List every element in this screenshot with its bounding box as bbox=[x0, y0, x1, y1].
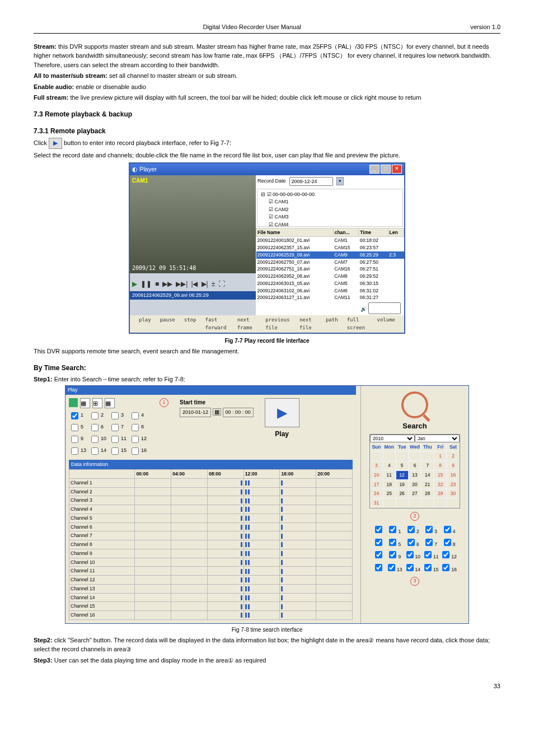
table-row: Channel 6 bbox=[69, 522, 353, 531]
fig-7-8-caption: Fig 7-8 time search interface bbox=[34, 626, 500, 634]
fig-7-7-caption: Fig 7-7 Play record file interface bbox=[34, 337, 500, 345]
table-row: Channel 1 bbox=[69, 478, 353, 487]
ff-btn-icon[interactable]: ▶▶ bbox=[162, 279, 172, 289]
control-labels: playpausestopfast forwardnext frameprevi… bbox=[130, 315, 404, 333]
camera-tree[interactable]: ⊟ ☑ 00-00-00-00-00-00 ☑ CAM1 ☑ CAM2 ☑ CA… bbox=[257, 189, 403, 227]
volume-icon[interactable]: 🔊 bbox=[360, 306, 367, 312]
after-77: This DVR supports remote time search, ev… bbox=[34, 347, 500, 356]
dropdown-icon[interactable]: ▾ bbox=[336, 177, 344, 186]
next-frame-icon[interactable]: ▶▶| bbox=[176, 279, 188, 289]
layout16-icon[interactable]: ▦ bbox=[105, 398, 115, 408]
playback-controls: ▶ ❚❚ ■ ▶▶ ▶▶| |◀ ▶| ± ⛶ bbox=[130, 277, 256, 291]
marker-2-icon: 2 bbox=[410, 512, 419, 521]
year-select[interactable]: 2010 bbox=[370, 435, 415, 442]
video-preview: CAM1 2009/12 09 15:51:48 bbox=[130, 175, 256, 273]
time-search-window: Play ▦ ⊞ ▦ 1234 5678 9101112 13141516 1 … bbox=[65, 385, 469, 624]
table-row: Channel 15 bbox=[69, 602, 353, 611]
data-info-head: Data information bbox=[69, 460, 353, 470]
search-label: Search bbox=[364, 421, 465, 432]
play-icon[interactable]: ▶ bbox=[49, 138, 62, 149]
path-icon[interactable]: ± bbox=[212, 279, 216, 289]
channel-select-right[interactable]: 1234 5678 9101112 13141516 bbox=[364, 524, 465, 573]
play-tab[interactable]: Play bbox=[65, 386, 356, 395]
table-row: Channel 13 bbox=[69, 584, 353, 593]
calendar[interactable]: 2010Jan SunMonTueWedThuFriSat 12 3456789… bbox=[369, 434, 460, 508]
step2: Step2: click "Search" button. The record… bbox=[34, 636, 500, 654]
step1: Step1: Enter into Search→time search; re… bbox=[34, 375, 500, 384]
month-select[interactable]: Jan bbox=[415, 435, 460, 442]
layout1-icon[interactable] bbox=[69, 398, 78, 407]
status-bar: 20091224062529_09.avi 06:25:29 bbox=[130, 291, 256, 300]
page-header: Digital Video Recorder User Manual versi… bbox=[34, 22, 500, 34]
select-line: Select the record date and channels; dou… bbox=[34, 151, 500, 160]
pause-btn-icon[interactable]: ❚❚ bbox=[140, 279, 152, 289]
section-7-3-1: 7.3.1 Remote playback bbox=[34, 126, 500, 136]
close-icon[interactable]: ✕ bbox=[392, 165, 402, 174]
table-row: Channel 3 bbox=[69, 496, 353, 505]
page-number: 33 bbox=[34, 682, 500, 691]
table-row: Channel 12 bbox=[69, 576, 353, 585]
prev-file-icon[interactable]: |◀ bbox=[191, 279, 198, 289]
table-row: Channel 5 bbox=[69, 514, 353, 522]
table-row: Channel 2 bbox=[69, 487, 353, 496]
layout9-icon[interactable]: ⊞ bbox=[92, 398, 102, 408]
header-version: version 1.0 bbox=[470, 22, 500, 32]
by-time-head: By Time Search: bbox=[34, 363, 500, 373]
click-line: Click ▶ button to enter into record play… bbox=[34, 138, 500, 149]
section-7-3: 7.3 Remote playback & backup bbox=[34, 109, 500, 119]
table-row: Channel 7 bbox=[69, 531, 353, 540]
record-date-row: Record Date ▾ bbox=[256, 175, 404, 188]
para-full: Full stream: the live preview picture wi… bbox=[34, 93, 500, 102]
file-table[interactable]: File Namechan...TimeLen 20091224001802_0… bbox=[256, 228, 404, 302]
marker-1-icon: 1 bbox=[160, 398, 168, 407]
stop-btn-icon[interactable]: ■ bbox=[155, 279, 159, 289]
play-btn-icon[interactable]: ▶ bbox=[132, 279, 137, 289]
player-window: ◐ Player _ □ ✕ CAM1 2009/12 09 15:51:48 … bbox=[129, 162, 405, 334]
search-icon[interactable] bbox=[401, 391, 428, 418]
player-titlebar: ◐ Player _ □ ✕ bbox=[130, 164, 404, 175]
table-row: Channel 10 bbox=[69, 558, 353, 567]
fullscreen-icon[interactable]: ⛶ bbox=[218, 279, 225, 289]
next-file-icon[interactable]: ▶| bbox=[202, 279, 208, 289]
header-title: Digital Video Recorder User Manual bbox=[34, 22, 470, 32]
start-time[interactable]: 00 : 00 : 00 bbox=[223, 408, 254, 418]
table-row: Channel 16 bbox=[69, 611, 353, 620]
table-row: Channel 14 bbox=[69, 593, 353, 602]
para-master: All to master/sub stream: set all channe… bbox=[34, 71, 500, 81]
table-row: Channel 8 bbox=[69, 540, 353, 549]
table-row: Channel 4 bbox=[69, 505, 353, 514]
play-big-button[interactable]: ▶ bbox=[265, 398, 299, 427]
step3: Step3: User can set the data playing tim… bbox=[34, 656, 500, 665]
para-stream: Stream: this DVR supports master stream … bbox=[34, 42, 500, 70]
minimize-icon[interactable]: _ bbox=[369, 165, 380, 174]
volume-field[interactable] bbox=[368, 302, 401, 314]
titlebar-icon: ◐ bbox=[132, 165, 138, 174]
marker-3-icon: 3 bbox=[410, 577, 419, 586]
channel-grid[interactable]: 1234 5678 9101112 13141516 bbox=[69, 410, 148, 456]
table-row: Channel 11 bbox=[69, 567, 353, 576]
calendar-icon[interactable]: ▦ bbox=[213, 408, 221, 416]
table-row: Channel 9 bbox=[69, 549, 353, 558]
para-audio: Enable audio: enable or disenable audio bbox=[34, 82, 500, 92]
layout4-icon[interactable]: ▦ bbox=[80, 398, 90, 408]
maximize-icon[interactable]: □ bbox=[381, 165, 391, 174]
record-date-input[interactable] bbox=[289, 177, 333, 186]
start-date[interactable]: 2010-01-12 bbox=[180, 408, 211, 418]
data-info-table: 00:0004:0008:0012:0016:0020:00 Channel 1… bbox=[69, 469, 353, 620]
